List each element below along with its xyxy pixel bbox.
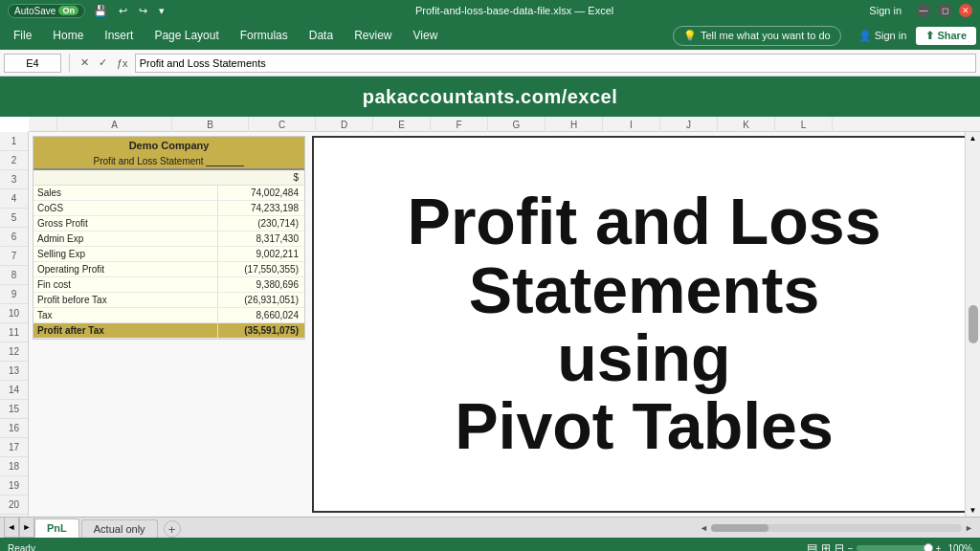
pnl-label-profit-after-tax: Profit after Tax	[33, 323, 218, 338]
menu-view[interactable]: View	[404, 25, 448, 46]
signin-menu-button[interactable]: 👤 Sign in	[851, 27, 915, 45]
pnl-label-admin-exp: Admin Exp	[33, 231, 218, 246]
pnl-value-fin-cost: 9,380,696	[218, 277, 304, 292]
pnl-label-cogs: CoGS	[33, 201, 218, 215]
zoom-slider-thumb[interactable]	[924, 543, 933, 551]
row-14: 14	[0, 381, 28, 400]
pnl-statement-name: Profit and Loss Statement	[94, 156, 204, 166]
pnl-value-selling-exp: 9,002,211	[218, 247, 304, 261]
view-layout-icon[interactable]: ⊞	[821, 541, 831, 551]
row-8: 8	[0, 266, 28, 285]
cell-reference[interactable]	[4, 54, 61, 73]
col-header-H: H	[546, 117, 603, 132]
menu-insert[interactable]: Insert	[95, 25, 143, 46]
cancel-formula-icon[interactable]: ✕	[78, 56, 92, 69]
hscroll-track	[711, 524, 962, 532]
pnl-label-selling-exp: Selling Exp	[33, 247, 218, 261]
zoom-in-button[interactable]: +	[936, 543, 942, 552]
tell-me-box[interactable]: 💡 Tell me what you want to do	[673, 26, 841, 46]
close-button[interactable]: ✕	[959, 4, 972, 17]
menu-file[interactable]: File	[4, 25, 41, 46]
scroll-down-icon[interactable]: ▼	[969, 506, 977, 515]
menu-review[interactable]: Review	[345, 25, 401, 46]
pnl-row-admin-exp: Admin Exp 8,317,430	[33, 231, 304, 247]
add-sheet-button[interactable]: +	[164, 520, 181, 538]
big-text-area: Profit and Loss Statements using Pivot T…	[312, 136, 976, 513]
share-button[interactable]: ⬆ Share	[916, 27, 976, 45]
title-bar-left: AutoSave On 💾 ↩ ↪ ▾	[8, 3, 167, 19]
pnl-label-gross-profit: Gross Profit	[33, 216, 218, 231]
pnl-label-operating-profit: Operating Profit	[33, 262, 218, 276]
restore-button[interactable]: ◻	[938, 4, 951, 17]
tab-scroll-right[interactable]: ►	[19, 517, 34, 538]
hscroll-right-icon[interactable]: ►	[962, 523, 976, 533]
hscroll-thumb[interactable]	[711, 524, 768, 532]
zoom-percentage[interactable]: 100%	[947, 543, 972, 552]
tab-scroll-left[interactable]: ◄	[4, 517, 19, 538]
green-banner: pakaccountants.com/excel	[0, 77, 980, 117]
horizontal-scrollbar[interactable]: ◄ ►	[693, 518, 980, 538]
row-numbers: 1 2 3 4 5 6 7 8 9 10 11 12 13 14 15 16 1…	[0, 132, 29, 517]
row-4: 4	[0, 189, 28, 209]
signin-button[interactable]: Sign in	[861, 3, 909, 18]
formula-bar: ✕ ✓ ƒx	[0, 50, 980, 77]
corner-cell	[29, 117, 57, 132]
scroll-thumb-v[interactable]	[969, 305, 978, 343]
more-icon[interactable]: ▾	[156, 3, 167, 19]
spreadsheet[interactable]: A B C D E F G H I J K L 1 2 3 4 5 6 7 8 …	[0, 117, 980, 517]
share-label: Share	[937, 30, 967, 41]
pnl-label-tax: Tax	[33, 308, 218, 322]
sheet-tab-bar: ◄ ► PnL Actual only + ◄ ►	[0, 517, 980, 538]
big-text: Profit and Loss Statements using Pivot T…	[398, 178, 891, 471]
pnl-value-operating-profit: (17,550,355)	[218, 262, 304, 276]
row-1: 1	[0, 132, 28, 151]
col-header-J: J	[660, 117, 718, 132]
redo-icon[interactable]: ↪	[136, 3, 150, 19]
view-normal-icon[interactable]: ▤	[807, 541, 817, 551]
sheet-tab-pnl[interactable]: PnL	[34, 518, 79, 538]
pnl-row-operating-profit: Operating Profit (17,550,355)	[33, 262, 304, 277]
col-header-B: B	[172, 117, 249, 132]
scroll-up-icon[interactable]: ▲	[969, 134, 977, 143]
insert-function-icon[interactable]: ƒx	[114, 57, 131, 69]
column-headers: A B C D E F G H I J K L	[29, 117, 980, 132]
banner-text: pakaccountants.com/excel	[363, 86, 618, 108]
view-break-icon[interactable]: ⊟	[835, 541, 844, 551]
menu-page-layout[interactable]: Page Layout	[145, 25, 228, 46]
menu-formulas[interactable]: Formulas	[231, 25, 298, 46]
col-header-L: L	[775, 117, 833, 132]
zoom-slider-track[interactable]	[857, 545, 933, 551]
menu-bar: File Home Insert Page Layout Formulas Da…	[0, 21, 980, 50]
window-title: Profit-and-loss-base-data-file.xlsx — Ex…	[167, 5, 861, 16]
big-text-line1: Profit and Loss	[408, 185, 881, 257]
pnl-row-profit-after-tax: Profit after Tax (35,591,075)	[33, 323, 304, 339]
row-13: 13	[0, 362, 28, 381]
col-header-I: I	[603, 117, 660, 132]
save-icon[interactable]: 💾	[91, 3, 110, 19]
pnl-row-gross-profit: Gross Profit (230,714)	[33, 216, 304, 231]
sheet-tab-actual-only[interactable]: Actual only	[81, 519, 158, 538]
pnl-value-gross-profit: (230,714)	[218, 216, 304, 231]
minimize-button[interactable]: —	[917, 4, 930, 17]
enter-formula-icon[interactable]: ✓	[96, 56, 110, 69]
menu-home[interactable]: Home	[43, 25, 93, 46]
row-5: 5	[0, 209, 28, 228]
formula-input[interactable]	[135, 54, 976, 73]
pnl-value-cogs: 74,233,198	[218, 201, 304, 215]
zoom-out-button[interactable]: −	[848, 543, 854, 552]
pnl-row-tax: Tax 8,660,024	[33, 308, 304, 323]
col-header-C: C	[249, 117, 316, 132]
col-header-K: K	[718, 117, 775, 132]
undo-icon[interactable]: ↩	[116, 3, 130, 19]
vertical-scrollbar[interactable]: ▲ ▼	[965, 132, 980, 517]
ready-status: Ready	[8, 543, 35, 552]
hscroll-left-icon[interactable]: ◄	[697, 523, 711, 533]
grid-content: Demo Company Profit and Loss Statement $…	[29, 132, 980, 517]
big-text-line3: using	[557, 321, 730, 394]
autosave-badge[interactable]: AutoSave On	[8, 4, 85, 18]
menu-data[interactable]: Data	[300, 25, 343, 46]
title-bar: AutoSave On 💾 ↩ ↪ ▾ Profit-and-loss-base…	[0, 0, 980, 21]
pnl-value-sales: 74,002,484	[218, 186, 304, 200]
row-12: 12	[0, 342, 28, 362]
row-2: 2	[0, 151, 28, 170]
